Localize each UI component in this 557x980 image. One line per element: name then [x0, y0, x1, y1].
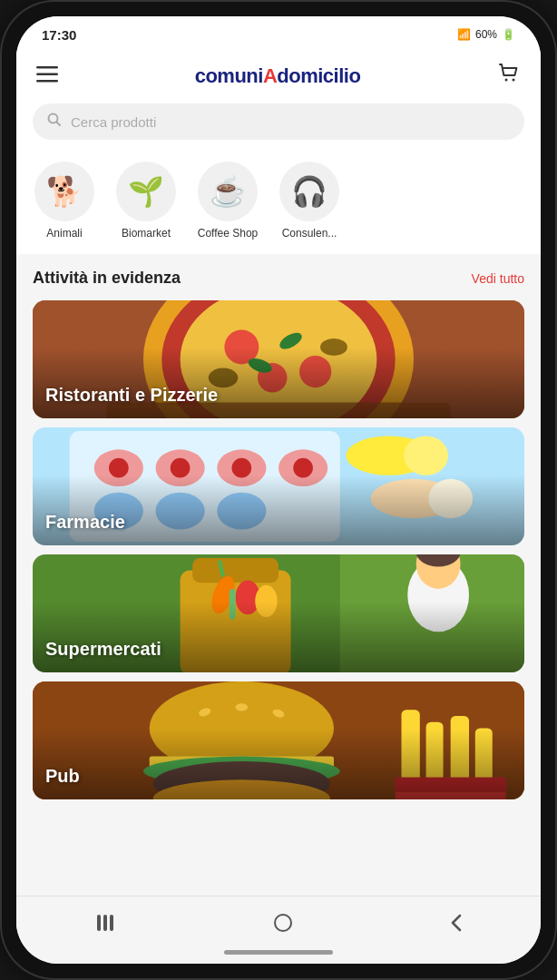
category-animali[interactable]: 🐕 Animali [33, 162, 96, 240]
svg-rect-63 [97, 915, 101, 931]
category-biomarket-label: Biomarket [122, 227, 171, 240]
svg-rect-64 [103, 915, 107, 931]
card-pub[interactable]: Pub [33, 681, 524, 799]
nav-home-icon[interactable] [255, 907, 311, 943]
card-farmacie-label: Farmacie [45, 512, 125, 533]
logo-domicilio: domicilio [277, 64, 360, 87]
card-supermercati-label: Supermercati [45, 639, 161, 660]
card-farmacie[interactable]: Farmacie [33, 427, 524, 545]
search-icon [47, 113, 62, 131]
svg-rect-1 [36, 74, 58, 76]
category-biomarket[interactable]: 🌱 Biomarket [114, 162, 178, 240]
svg-rect-2 [36, 80, 58, 83]
category-animali-icon: 🐕 [34, 162, 94, 221]
nav-menu-icon[interactable] [77, 909, 133, 941]
bottom-nav [16, 896, 541, 950]
home-pill [224, 950, 333, 955]
category-consulen-label: Consulen... [282, 227, 337, 240]
status-time: 17:30 [42, 27, 76, 43]
svg-point-4 [513, 79, 515, 82]
logo-a: A [263, 64, 277, 87]
category-coffee-shop-label: Coffee Shop [198, 227, 259, 240]
app-logo: comuniAdomicilio [195, 64, 361, 88]
signal-icon: 📶 [457, 28, 471, 41]
logo-comuni: comuni [195, 64, 263, 87]
search-bar-container: Cerca prodotti [16, 103, 541, 152]
phone-screen: 17:30 📶 60% 🔋 comuniAdomicilio [16, 16, 541, 964]
featured-header: Attività in evidenza Vedi tutto [33, 269, 524, 288]
category-consulen-icon: 🎧 [279, 162, 339, 221]
card-supermercati[interactable]: Supermercati [33, 554, 524, 672]
category-coffee-shop-icon: ☕ [198, 162, 258, 221]
svg-line-6 [57, 122, 61, 126]
svg-point-3 [505, 79, 508, 82]
svg-rect-0 [36, 66, 58, 69]
card-ristoranti-label: Ristoranti e Pizzerie [45, 385, 218, 406]
category-coffee-shop[interactable]: ☕ Coffee Shop [196, 162, 259, 240]
category-animali-label: Animali [46, 227, 82, 240]
search-bar[interactable]: Cerca prodotti [33, 103, 524, 140]
activity-cards: Ristoranti e Pizzerie [33, 300, 524, 799]
nav-back-icon[interactable] [433, 908, 480, 942]
vedi-tutto-link[interactable]: Vedi tutto [472, 271, 524, 286]
card-ristoranti[interactable]: Ristoranti e Pizzerie [33, 300, 524, 418]
status-bar: 17:30 📶 60% 🔋 [16, 16, 541, 49]
featured-section: Attività in evidenza Vedi tutto [16, 254, 541, 807]
svg-rect-65 [110, 915, 113, 931]
phone-frame: 17:30 📶 60% 🔋 comuniAdomicilio [0, 0, 557, 980]
home-indicator [16, 950, 541, 964]
app-header: comuniAdomicilio [16, 49, 541, 103]
svg-point-66 [275, 915, 291, 931]
categories-container: 🐕 Animali 🌱 Biomarket ☕ Coffee Shop [16, 152, 541, 254]
cart-button[interactable] [493, 58, 524, 94]
battery-bar-icon: 🔋 [502, 28, 515, 41]
menu-button[interactable] [33, 61, 62, 92]
status-icons: 📶 60% 🔋 [457, 28, 515, 41]
card-pub-label: Pub [45, 766, 80, 787]
search-placeholder-text: Cerca prodotti [71, 114, 156, 130]
battery-icon: 60% [475, 28, 497, 41]
category-consulen[interactable]: 🎧 Consulen... [278, 162, 341, 240]
featured-title: Attività in evidenza [33, 269, 181, 288]
app-content: comuniAdomicilio [16, 49, 541, 896]
category-biomarket-icon: 🌱 [116, 162, 176, 221]
